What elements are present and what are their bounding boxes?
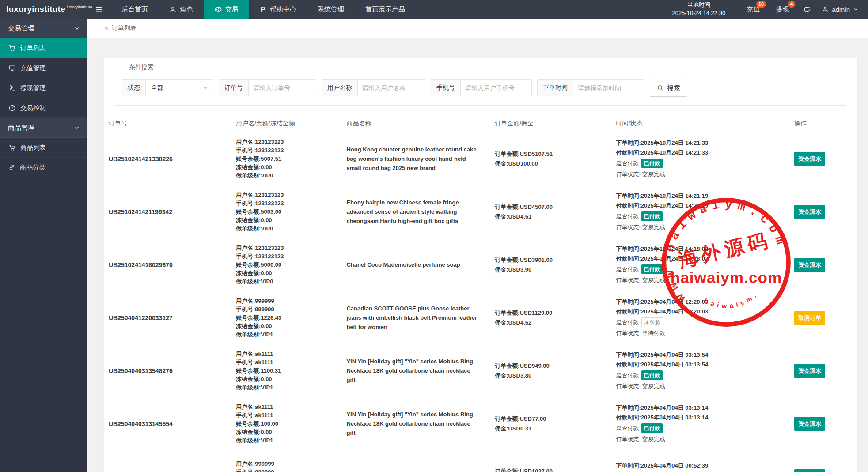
status-label: 状态 <box>122 80 146 96</box>
top-menu-item-home-products[interactable]: 首页展示产品 <box>355 0 416 19</box>
pay-status-label: 是否付款: <box>616 211 641 222</box>
sidebar-item-label: 订单列表 <box>20 44 46 53</box>
top-menu-item-dashboard-home[interactable]: 后台首页 <box>111 0 159 19</box>
user-info: 用户名:123123123手机号:123123123账号余额:5003.00冻结… <box>236 191 337 233</box>
pay-status-label: 是否付款: <box>616 264 641 275</box>
user-info-line: 用户名:123123123 <box>236 191 337 199</box>
user-info-line: 手机号:123123123 <box>236 252 337 261</box>
sidebar-item-trade-control[interactable]: 交易控制 <box>0 98 87 118</box>
table-row: UB2504040052391461 用户名:999999手机号:999999账… <box>104 450 857 472</box>
user-info-line: 手机号:999999 <box>236 468 337 472</box>
order-time-filter-group: 下单时间 <box>537 79 644 96</box>
user-info-line: 冻结金额:0.00 <box>236 428 337 436</box>
breadcrumb: » 订单列表 <box>87 19 868 38</box>
action-button[interactable]: 资金流水 <box>794 469 825 472</box>
user-info-line: 账号余额:5003.00 <box>236 208 337 216</box>
gauge-icon <box>8 104 16 112</box>
search-fieldset: 条件搜索 状态 全部 订单号 用户名称 <box>115 64 846 106</box>
sidebar-collapse-button[interactable] <box>87 0 111 19</box>
pay-time: 付款时间:2025年04月04日 03:13:54 <box>616 360 785 370</box>
action-button[interactable]: 资金流水 <box>794 417 825 431</box>
chevron-down-icon <box>74 125 80 131</box>
sidebar-item-label: 交易控制 <box>20 104 46 112</box>
order-number: UB2510241418029670 <box>109 261 227 268</box>
sidebar-item-product-category[interactable]: 商品分类 <box>0 158 87 177</box>
order-status-line: 订单状态: 交易完成 <box>616 381 785 392</box>
logo-text: luxuryinstitute <box>6 4 65 14</box>
orders-table: 订单号 用户名/余额/冻结金额 商品名称 订单金额/佣金 时间/状态 操作 UB… <box>104 115 857 472</box>
user-menu[interactable]: admin <box>816 6 868 13</box>
sidebar-item-withdraw-manage[interactable]: 提现管理 <box>0 78 87 98</box>
user-info-line: 做单级别:VIP1 <box>236 383 337 392</box>
sidebar-group-trade-manage[interactable]: 交易管理 <box>0 19 87 38</box>
sidebar-item-recharge-manage[interactable]: 充值管理 <box>0 58 87 78</box>
product-name: Hong Kong counter genuine leather round … <box>346 145 486 173</box>
user-info-line: 账号余额:1226.43 <box>236 313 337 322</box>
search-button[interactable]: 搜索 <box>650 79 687 97</box>
order-status-line: 订单状态: 交易完成 <box>616 275 785 286</box>
order-no-input[interactable] <box>249 80 316 96</box>
topbar: luxuryinstituteluxuryinstitute 后台首页角色交易帮… <box>0 0 868 19</box>
action-button[interactable]: 资金流水 <box>794 205 825 219</box>
top-menu-item-label: 角色 <box>180 5 193 14</box>
product-name: YIN Yin [Holiday gift] "Yin" series Mobi… <box>346 357 486 385</box>
pay-status-line: 是否付款: 已付款 <box>616 211 785 222</box>
sidebar-item-product-list[interactable]: 商品列表 <box>0 138 87 158</box>
order-time: 下单时间:2025年04月04日 00:52:39 <box>616 461 785 471</box>
top-menu-item-label: 系统管理 <box>318 5 344 14</box>
top-menu-item-roles[interactable]: 角色 <box>159 0 204 19</box>
pay-status-label: 是否付款: <box>616 370 641 381</box>
chevron-down-icon <box>853 7 858 12</box>
refresh-icon <box>803 6 811 13</box>
action-button[interactable]: 取消订单 <box>794 311 825 325</box>
top-menu-item-system-manage[interactable]: 系统管理 <box>307 0 355 19</box>
pay-time: 付款时间:2025年10月24日 14:18:02 <box>616 254 785 264</box>
product-name: Chanel Coco Mademoiselle perfume soap <box>346 260 486 269</box>
action-button[interactable]: 资金流水 <box>794 364 825 378</box>
user-info-line: 冻结金额:0.00 <box>236 216 337 224</box>
sidebar-item-order-list[interactable]: 订单列表 <box>0 38 87 58</box>
action-button[interactable]: 资金流水 <box>794 152 825 166</box>
order-amount: 订单金额:USD3901.00 <box>495 255 607 265</box>
table-header-row: 订单号 用户名/余额/冻结金额 商品名称 订单金额/佣金 时间/状态 操作 <box>104 115 857 132</box>
hamburger-icon <box>95 5 103 13</box>
person-icon <box>169 6 177 13</box>
gavel-icon <box>8 84 16 92</box>
recharge-link[interactable]: 充值 16 <box>739 0 768 19</box>
top-menu-item-label: 交易 <box>225 5 239 14</box>
col-user-info: 用户名/余额/冻结金额 <box>231 115 342 132</box>
user-info-line: 冻结金额:0.00 <box>236 375 337 383</box>
order-number: UB2504040313145554 <box>109 420 227 427</box>
order-time: 下单时间:2025年04月04日 03:13:14 <box>616 403 785 413</box>
action-button[interactable]: 资金流水 <box>794 258 825 272</box>
col-actions: 操作 <box>790 115 857 132</box>
search-row: 状态 全部 订单号 用户名称 手机号 <box>122 79 839 97</box>
status-select[interactable]: 全部 <box>146 80 213 96</box>
user-info-line: 账号余额:1100.31 <box>236 366 337 375</box>
local-time-label: 当地时间 <box>672 1 725 9</box>
order-status-line: 订单状态: 等待付款 <box>616 328 785 339</box>
top-menu-item-label: 首页展示产品 <box>365 5 405 14</box>
phone-input[interactable] <box>461 80 531 96</box>
user-info-line: 冻结金额:0.00 <box>236 322 337 330</box>
top-menu-item-help-center[interactable]: 帮助中心 <box>249 0 307 19</box>
product-name: Canadian SCOTT GOOSE plus Goose leather … <box>346 304 486 332</box>
withdraw-label: 提现 <box>776 5 789 14</box>
col-time-status: 时间/状态 <box>611 115 790 132</box>
sidebar-item-label: 商品列表 <box>20 143 46 152</box>
select-caret-icon <box>203 87 208 89</box>
search-legend: 条件搜索 <box>125 64 157 72</box>
withdraw-link[interactable]: 提现 4 <box>768 0 797 19</box>
order-time-input[interactable] <box>573 80 644 96</box>
sidebar-group-product-manage[interactable]: 商品管理 <box>0 118 87 138</box>
commission-amount: 佣金:USD4.51 <box>495 212 607 222</box>
pay-status-line: 是否付款: 已付款 <box>616 158 785 169</box>
top-menu-item-trade[interactable]: 交易 <box>204 0 249 19</box>
pay-status-line: 是否付款: 已付款 <box>616 370 785 381</box>
username-input[interactable] <box>358 80 425 96</box>
pay-status-badge: 已付款 <box>641 159 663 168</box>
order-number: UB2510241421338226 <box>109 155 227 162</box>
order-number: UB2504040313548276 <box>109 367 227 374</box>
user-info-line: 做单级别:VIP0 <box>236 224 337 233</box>
refresh-button[interactable] <box>797 6 816 13</box>
